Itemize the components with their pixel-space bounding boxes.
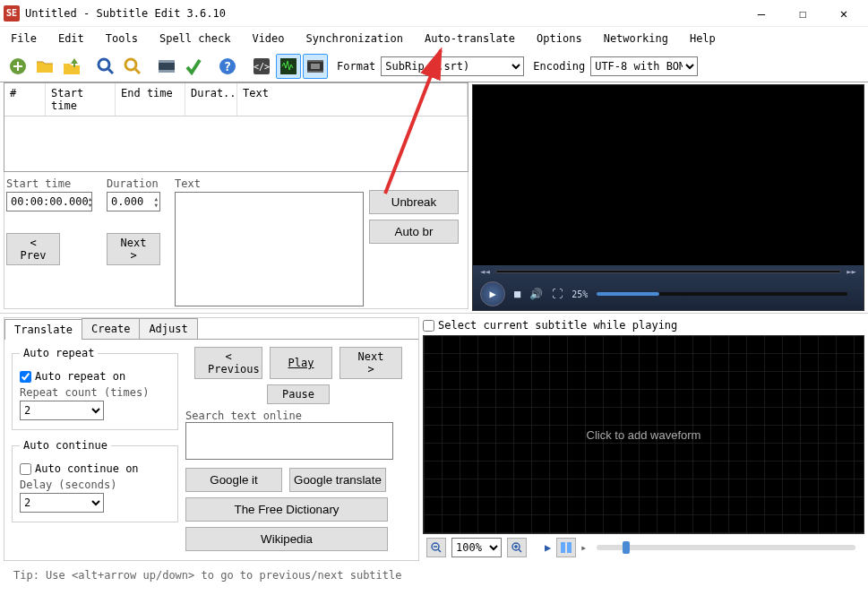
- maximize-button[interactable]: ☐: [782, 0, 823, 27]
- tab-adjust[interactable]: Adjust: [139, 318, 197, 339]
- zoom-out-button[interactable]: [426, 538, 446, 557]
- play-button[interactable]: ▶: [480, 281, 505, 306]
- open-button[interactable]: [32, 54, 57, 79]
- source-view-button[interactable]: </>: [249, 54, 274, 79]
- toolbar: ? </> Format SubRip (.srt) Encoding UTF-…: [0, 50, 868, 82]
- pause-button[interactable]: Pause: [267, 384, 330, 404]
- tabs: Translate Create Adjust: [4, 318, 418, 340]
- zoom-in-button[interactable]: [507, 538, 527, 557]
- svg-point-2: [125, 59, 136, 70]
- volume-slider[interactable]: [597, 292, 847, 296]
- spell-check-button[interactable]: [181, 54, 206, 79]
- subtitle-table[interactable]: # Start time End time Durat... Text: [4, 82, 468, 172]
- encoding-label: Encoding: [533, 60, 585, 73]
- zoom-slider[interactable]: [597, 545, 855, 550]
- col-duration[interactable]: Durat...: [185, 83, 237, 116]
- menu-synchronization[interactable]: Synchronization: [303, 30, 407, 47]
- auto-repeat-legend: Auto repeat: [20, 347, 98, 359]
- search-input[interactable]: [185, 422, 393, 460]
- svg-point-1: [99, 59, 109, 70]
- format-label: Format: [337, 60, 375, 73]
- volume-percent: 25%: [572, 289, 588, 299]
- app-icon: SE: [4, 5, 20, 22]
- menu-tools[interactable]: Tools: [102, 30, 142, 47]
- close-button[interactable]: ✕: [823, 0, 864, 27]
- delay-label: Delay (seconds): [20, 479, 170, 491]
- play-button-2[interactable]: Play: [270, 347, 332, 379]
- forward-icon[interactable]: ►►: [847, 267, 856, 276]
- tab-create[interactable]: Create: [82, 318, 140, 339]
- grid-button[interactable]: [556, 538, 576, 557]
- menu-help[interactable]: Help: [686, 30, 719, 47]
- col-start[interactable]: Start time: [46, 83, 116, 116]
- repeat-count-select[interactable]: 2: [20, 401, 104, 420]
- waveform-button[interactable]: [276, 54, 301, 79]
- svg-rect-5: [159, 70, 175, 73]
- free-dictionary-button[interactable]: The Free Dictionary: [185, 497, 388, 522]
- waveform-panel[interactable]: Click to add waveform: [423, 335, 864, 534]
- auto-continue-checkbox[interactable]: Auto continue on: [20, 462, 170, 475]
- start-time-label: Start time: [6, 177, 101, 190]
- menu-bar: File Edit Tools Spell check Video Synchr…: [0, 27, 868, 50]
- rewind-icon[interactable]: ◄◄: [480, 267, 490, 276]
- previous-button[interactable]: < Previous: [194, 347, 262, 379]
- search-label: Search text online: [185, 410, 411, 422]
- encoding-select[interactable]: UTF-8 with BOM: [590, 56, 698, 76]
- title-bar: SE Untitled - Subtitle Edit 3.6.10 — ☐ ✕: [0, 0, 868, 27]
- next-button[interactable]: Next >: [107, 233, 160, 265]
- delay-select[interactable]: 2: [20, 493, 104, 513]
- zoom-select[interactable]: 100%: [451, 538, 502, 557]
- auto-repeat-group: Auto repeat Auto repeat on Repeat count …: [12, 347, 178, 430]
- prev-button[interactable]: < Prev: [6, 233, 60, 265]
- svg-rect-17: [561, 542, 565, 553]
- menu-networking[interactable]: Networking: [600, 30, 672, 47]
- next-button-2[interactable]: Next >: [339, 347, 402, 379]
- menu-options[interactable]: Options: [533, 30, 586, 47]
- visual-sync-button[interactable]: [154, 54, 179, 79]
- replace-button[interactable]: [120, 54, 145, 79]
- save-button[interactable]: [59, 54, 84, 79]
- menu-spell-check[interactable]: Spell check: [156, 30, 234, 47]
- tab-translate[interactable]: Translate: [4, 319, 82, 340]
- repeat-count-label: Repeat count (times): [20, 386, 170, 399]
- video-button[interactable]: [303, 54, 328, 79]
- menu-file[interactable]: File: [7, 30, 40, 47]
- stop-icon[interactable]: ■: [514, 288, 520, 300]
- svg-rect-13: [307, 71, 323, 73]
- auto-continue-group: Auto continue Auto continue on Delay (se…: [12, 439, 178, 522]
- table-body[interactable]: [4, 116, 468, 171]
- col-num[interactable]: #: [4, 83, 46, 116]
- google-it-button[interactable]: Google it: [185, 468, 282, 492]
- new-button[interactable]: [5, 54, 30, 79]
- auto-repeat-checkbox[interactable]: Auto repeat on: [20, 370, 170, 383]
- menu-auto-translate[interactable]: Auto-translate: [421, 30, 519, 47]
- fullscreen-icon[interactable]: ⛶: [552, 288, 563, 300]
- svg-text:</>: </>: [254, 62, 270, 72]
- duration-input[interactable]: 0.000▲▼: [107, 192, 160, 211]
- help-button[interactable]: ?: [215, 54, 240, 79]
- col-text[interactable]: Text: [237, 83, 468, 116]
- svg-rect-12: [307, 60, 323, 62]
- play-waveform-icon[interactable]: ▶: [545, 541, 551, 554]
- wikipedia-button[interactable]: Wikipedia: [185, 527, 388, 551]
- find-button[interactable]: [93, 54, 118, 79]
- tip-text: Tip: Use <alt+arrow up/down> to go to pr…: [4, 564, 418, 587]
- select-current-checkbox[interactable]: Select current subtitle while playing: [423, 317, 864, 335]
- auto-br-button[interactable]: Auto br: [369, 220, 459, 244]
- menu-video[interactable]: Video: [248, 30, 288, 47]
- arrow-icon[interactable]: ▶: [581, 544, 586, 552]
- google-translate-button[interactable]: Google translate: [289, 468, 386, 492]
- svg-rect-14: [311, 64, 320, 69]
- format-select[interactable]: SubRip (.srt): [381, 56, 524, 76]
- seek-bar[interactable]: [495, 270, 841, 273]
- svg-text:?: ?: [224, 59, 231, 73]
- start-time-input[interactable]: 00:00:00.000▲▼: [6, 192, 92, 211]
- col-end[interactable]: End time: [116, 83, 185, 116]
- menu-edit[interactable]: Edit: [55, 30, 88, 47]
- text-input[interactable]: [175, 192, 364, 306]
- video-player[interactable]: ◄◄ ►► ▶ ■ 🔊 ⛶ 25%: [472, 84, 864, 311]
- volume-icon[interactable]: 🔊: [529, 288, 543, 300]
- svg-rect-4: [159, 60, 175, 63]
- minimize-button[interactable]: —: [741, 0, 782, 27]
- unbreak-button[interactable]: Unbreak: [369, 190, 459, 214]
